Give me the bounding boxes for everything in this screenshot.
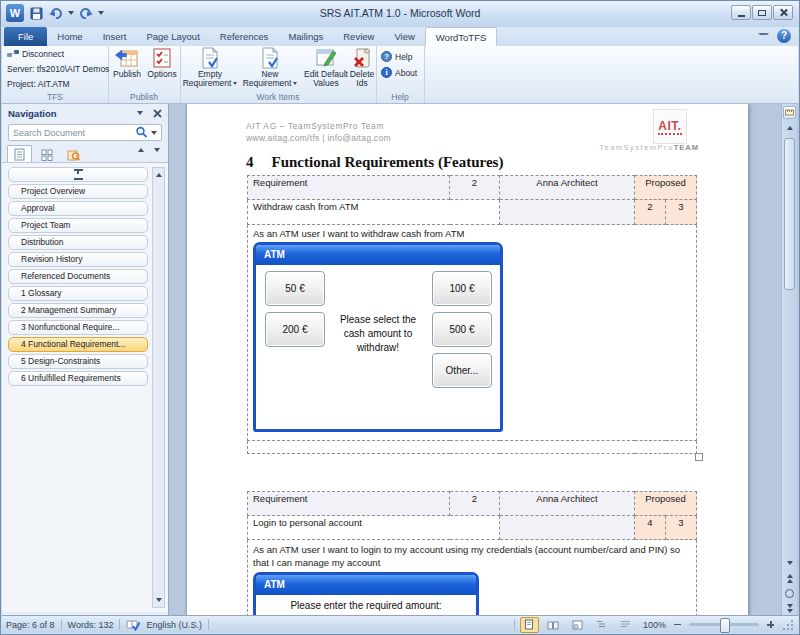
tab-page-layout[interactable]: Page Layout (136, 27, 209, 46)
collapse-headings-item[interactable] (8, 167, 148, 182)
nav-item-distribution[interactable]: Distribution (8, 235, 148, 250)
empty-requirement-button[interactable]: Empty Requirement (182, 47, 238, 91)
nav-item-project-overview[interactable]: Project Overview (8, 184, 148, 199)
language-indicator[interactable]: English (U.S.) (146, 620, 202, 630)
document-page[interactable]: AIT AG – TeamSystemPro Team www.aitag.co… (187, 104, 748, 616)
print-layout-view-button[interactable] (520, 617, 539, 633)
zoom-out-button[interactable] (671, 618, 684, 631)
close-button[interactable] (773, 5, 793, 20)
search-input[interactable] (9, 128, 135, 138)
zoom-slider-thumb[interactable] (720, 618, 730, 633)
scroll-up-icon[interactable] (783, 121, 796, 135)
select-browse-object-button[interactable] (783, 586, 796, 600)
previous-page-button[interactable] (783, 571, 796, 585)
web-layout-view-button[interactable] (568, 617, 587, 633)
tab-insert[interactable]: Insert (93, 27, 137, 46)
word-help-icon[interactable]: ? (777, 29, 791, 43)
tab-view[interactable]: View (384, 27, 424, 46)
section-title: Functional Requirements (Features) (272, 154, 504, 170)
about-button[interactable]: i About (381, 67, 417, 78)
edit-default-values-button[interactable]: Edit Default Values (300, 47, 352, 91)
navigation-options-icon[interactable] (137, 111, 143, 115)
navigation-pane: Navigation Project (2, 104, 169, 616)
zoom-level[interactable]: 100% (643, 620, 666, 630)
outline-view-button[interactable] (592, 617, 611, 633)
resize-grip[interactable] (782, 619, 794, 631)
tab-wordtotfs[interactable]: WordToTFS (425, 27, 498, 46)
web-layout-icon (572, 620, 583, 630)
nav-item-project-team[interactable]: Project Team (8, 218, 148, 233)
nav-item-unfulfilled-requirements[interactable]: 6 Unfulfilled Requirements (8, 371, 148, 386)
navigation-close-icon[interactable] (153, 109, 162, 118)
nav-item-nonfunctional-requirements[interactable]: 3 Nonfunctional Require... (8, 320, 148, 335)
scroll-thumb[interactable] (784, 138, 795, 290)
statusbar-separator (61, 619, 62, 630)
requirement-table-2[interactable]: Requirement 2 Anna Architect Proposed Lo… (247, 491, 697, 616)
navigation-tabs (7, 145, 86, 162)
navigation-scrollbar[interactable] (152, 167, 165, 608)
publish-group-label: Publish (108, 92, 180, 102)
disconnect-button[interactable]: Disconnect (7, 49, 64, 59)
status-bar: Page: 6 of 8 Words: 132 English (U.S.) (2, 615, 798, 633)
word-count[interactable]: Words: 132 (68, 620, 114, 630)
tab-file[interactable]: File (4, 27, 47, 46)
nav-item-approval[interactable]: Approval (8, 201, 148, 216)
help-button[interactable]: ? Help (381, 51, 412, 62)
options-label: Options (147, 70, 176, 79)
requirement-table-1[interactable]: Requirement 2 Anna Architect Proposed Wi… (247, 175, 697, 454)
atm1-button-200[interactable]: 200 € (265, 312, 325, 347)
zoom-in-button[interactable] (764, 618, 777, 631)
tab-review[interactable]: Review (333, 27, 384, 46)
nav-scroll-down-icon[interactable] (153, 594, 164, 606)
view-ruler-button[interactable] (783, 106, 796, 119)
document-scrollbar[interactable] (781, 104, 797, 616)
zoom-slider[interactable] (689, 623, 759, 626)
tab-references[interactable]: References (210, 27, 279, 46)
document-workspace: AIT AG – TeamSystemPro Team www.aitag.co… (169, 104, 799, 616)
scroll-down-icon[interactable] (783, 556, 796, 570)
atm1-button-500[interactable]: 500 € (432, 312, 492, 347)
svg-text:?: ? (384, 52, 389, 61)
atm1-button-50[interactable]: 50 € (265, 271, 325, 306)
project-label: Project: AIT.ATM (7, 79, 70, 89)
page-indicator[interactable]: Page: 6 of 8 (6, 620, 55, 630)
minimize-button[interactable] (731, 5, 751, 20)
tab-home[interactable]: Home (47, 27, 92, 46)
draft-view-button[interactable] (616, 617, 635, 633)
previous-heading-icon[interactable] (138, 148, 144, 152)
table-resize-handle[interactable] (695, 453, 703, 461)
minimize-icon (738, 15, 745, 17)
options-icon (151, 47, 173, 69)
nav-item-functional-requirements[interactable]: 4 Functional Requirement... (8, 337, 148, 352)
full-screen-reading-view-button[interactable] (544, 617, 563, 633)
browse-object-icon (785, 589, 794, 598)
next-heading-icon[interactable] (154, 148, 160, 152)
maximize-button[interactable] (752, 5, 772, 20)
search-icon[interactable] (135, 126, 149, 139)
nav-item-referenced-documents[interactable]: Referenced Documents (8, 269, 148, 284)
proofing-icon[interactable] (126, 619, 140, 631)
atm-mockup-1: ATM 50 € 100 € 200 € 500 € Other... Plea… (253, 242, 503, 432)
nav-scroll-up-icon[interactable] (153, 169, 164, 181)
nav-item-management-summary[interactable]: 2 Management Summary (8, 303, 148, 318)
next-page-button[interactable] (783, 601, 796, 615)
nav-item-glossary[interactable]: 1 Glossary (8, 286, 148, 301)
tab-mailings[interactable]: Mailings (278, 27, 333, 46)
nav-item-design-constraints[interactable]: 5 Design-Constraints (8, 354, 148, 369)
options-button[interactable]: Options (145, 47, 179, 91)
atm1-button-100[interactable]: 100 € (432, 271, 492, 306)
work-items-group-label: Work Items (180, 92, 376, 102)
section-heading: 4Functional Requirements (Features) (246, 154, 503, 171)
search-options-icon[interactable] (151, 131, 157, 135)
delete-ids-button[interactable]: Delete Ids (350, 47, 374, 91)
new-requirement-button[interactable]: New Requirement (242, 47, 298, 91)
atm1-button-other[interactable]: Other... (432, 353, 492, 388)
close-icon (779, 8, 788, 17)
req2-title: Login to personal account (248, 516, 500, 540)
publish-button[interactable]: Publish (110, 47, 144, 91)
navigation-list: Project Overview Approval Project Team D… (8, 167, 148, 386)
ribbon-group-help: ? Help i About Help (376, 46, 425, 103)
req2-story-cell: As an ATM user I want to login to my acc… (248, 540, 697, 617)
nav-item-revision-history[interactable]: Revision History (8, 252, 148, 267)
minimize-ribbon-icon[interactable] (758, 33, 769, 39)
